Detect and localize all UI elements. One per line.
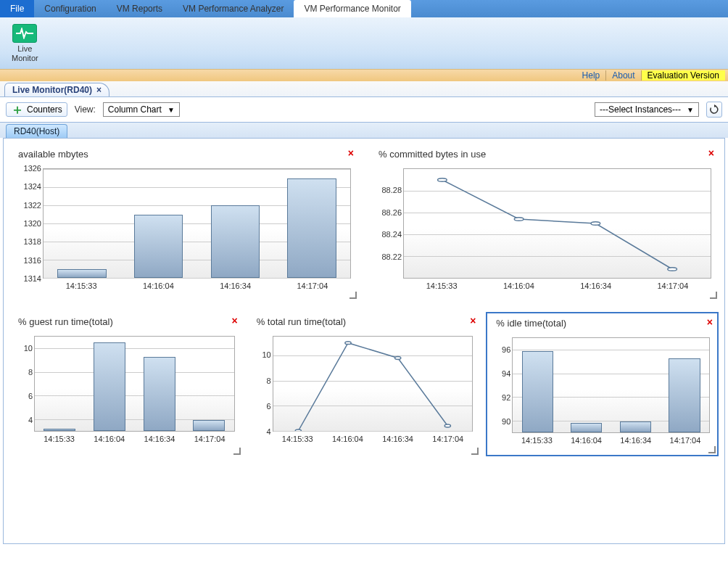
resize-handle-icon[interactable] bbox=[233, 448, 241, 455]
status-link-bar: Help About Evaluation Version bbox=[0, 70, 728, 81]
refresh-button[interactable] bbox=[706, 102, 722, 118]
help-link[interactable]: Help bbox=[576, 70, 606, 81]
y-tick-label: 1322 bbox=[14, 201, 41, 210]
ribbon-live-monitor[interactable]: Live Monitor bbox=[7, 22, 43, 63]
instances-select[interactable]: ---Select Instances--- ▼ bbox=[595, 102, 699, 117]
about-link[interactable]: About bbox=[605, 70, 640, 81]
chart-close-icon[interactable]: × bbox=[231, 315, 237, 326]
document-tab-strip: Live Monitor(RD40) × bbox=[0, 81, 728, 97]
x-tick-label: 14:15:33 bbox=[403, 281, 480, 296]
x-tick-label: 14:15:33 bbox=[273, 435, 323, 449]
ribbon-live-monitor-label: Live Monitor bbox=[12, 44, 38, 62]
chart-close-icon[interactable]: × bbox=[708, 147, 714, 159]
resize-handle-icon[interactable] bbox=[471, 448, 479, 455]
counters-label: Counters bbox=[27, 104, 62, 115]
x-tick-label: 14:16:34 bbox=[611, 436, 661, 450]
x-tick-label: 14:16:04 bbox=[120, 281, 197, 296]
resize-handle-icon[interactable] bbox=[708, 446, 716, 453]
menu-vm-reports[interactable]: VM Reports bbox=[107, 0, 173, 17]
y-tick-label: 1314 bbox=[14, 274, 41, 283]
x-tick-label: 14:17:04 bbox=[634, 281, 711, 296]
chart-close-icon[interactable]: × bbox=[348, 147, 354, 159]
menu-vm-performance-monitor[interactable]: VM Performance Monitor bbox=[294, 0, 410, 17]
chart-close-icon[interactable]: × bbox=[470, 315, 476, 326]
menu-vm-performance-analyzer[interactable]: VM Performance Analyzer bbox=[173, 0, 294, 17]
svg-point-3 bbox=[591, 222, 600, 226]
chart-panel[interactable]: % total run time(total)×4681014:15:3314:… bbox=[248, 312, 481, 456]
x-tick-label: 14:15:33 bbox=[512, 436, 561, 450]
x-tick-label: 14:17:04 bbox=[423, 435, 473, 449]
bar bbox=[134, 215, 183, 279]
y-tick-label: 10 bbox=[252, 350, 271, 359]
x-tick-label: 14:15:33 bbox=[34, 435, 84, 449]
svg-point-6 bbox=[345, 342, 351, 345]
chart-area[interactable]: available mbytes×13141316131813201322132… bbox=[3, 138, 725, 544]
x-tick-label: 14:16:34 bbox=[134, 435, 184, 449]
resize-handle-icon[interactable] bbox=[349, 292, 357, 299]
bar bbox=[57, 269, 107, 279]
document-tab-label: Live Monitor(RD40) bbox=[12, 85, 92, 95]
evaluation-version-link[interactable]: Evaluation Version bbox=[641, 70, 725, 81]
svg-point-7 bbox=[394, 357, 400, 360]
bar bbox=[144, 357, 175, 431]
svg-point-5 bbox=[295, 429, 301, 431]
counters-button[interactable]: ＋ Counters bbox=[6, 102, 67, 117]
chart-plot: 88.2288.2488.2688.2814:15:3314:16:0414:1… bbox=[374, 165, 714, 296]
y-tick-label: 1318 bbox=[14, 237, 41, 246]
chart-close-icon[interactable]: × bbox=[707, 316, 713, 328]
bar bbox=[193, 420, 225, 431]
y-tick-label: 88.26 bbox=[374, 208, 402, 217]
chart-title: % committed bytes in use bbox=[374, 149, 714, 160]
bar bbox=[211, 205, 260, 278]
refresh-icon bbox=[709, 104, 719, 115]
chart-plot: 4681014:15:3314:16:0414:16:3414:17:04 bbox=[14, 333, 238, 449]
chart-title: % total run time(total) bbox=[252, 316, 476, 327]
y-tick-label: 88.24 bbox=[374, 230, 402, 239]
svg-point-4 bbox=[668, 268, 677, 271]
chart-panel[interactable]: available mbytes×13141316131813201322132… bbox=[9, 144, 358, 300]
bar bbox=[522, 351, 553, 432]
y-tick-label: 1326 bbox=[14, 164, 41, 173]
bar bbox=[620, 421, 651, 432]
main-menubar: File Configuration VM Reports VM Perform… bbox=[0, 0, 728, 17]
menu-file[interactable]: File bbox=[0, 0, 34, 17]
document-tab-live-monitor[interactable]: Live Monitor(RD40) × bbox=[4, 83, 109, 96]
y-tick-label: 1316 bbox=[14, 256, 41, 265]
y-tick-label: 96 bbox=[492, 345, 510, 354]
x-tick-label: 14:16:04 bbox=[323, 435, 373, 449]
x-tick-label: 14:16:04 bbox=[84, 435, 134, 449]
chevron-down-icon: ▼ bbox=[687, 106, 694, 114]
live-monitor-toolbar: ＋ Counters View: Column Chart ▼ ---Selec… bbox=[0, 97, 728, 123]
chart-panel[interactable]: % committed bytes in use×88.2288.2488.26… bbox=[370, 144, 719, 300]
bar bbox=[94, 342, 125, 431]
bar bbox=[669, 358, 700, 432]
y-tick-label: 94 bbox=[492, 369, 510, 378]
x-tick-label: 14:16:34 bbox=[197, 281, 274, 296]
y-tick-label: 4 bbox=[14, 416, 33, 424]
bar bbox=[571, 423, 602, 432]
svg-point-8 bbox=[444, 424, 450, 427]
chart-title: available mbytes bbox=[14, 149, 354, 160]
resize-handle-icon[interactable] bbox=[710, 292, 717, 299]
x-tick-label: 14:16:04 bbox=[480, 281, 557, 296]
chart-plot: 131413161318132013221324132614:15:3314:1… bbox=[14, 165, 354, 296]
chart-title: % idle time(total) bbox=[492, 318, 713, 329]
y-tick-label: 92 bbox=[492, 393, 510, 402]
host-tab-strip: RD40(Host) bbox=[0, 123, 728, 138]
x-tick-label: 14:17:04 bbox=[274, 281, 351, 296]
menu-configuration[interactable]: Configuration bbox=[34, 0, 106, 17]
host-tab[interactable]: RD40(Host) bbox=[6, 124, 67, 138]
chart-title: % guest run time(total) bbox=[14, 316, 238, 327]
heartbeat-icon bbox=[12, 24, 37, 43]
y-tick-label: 1320 bbox=[14, 219, 41, 228]
close-icon[interactable]: × bbox=[96, 85, 102, 95]
y-tick-label: 4 bbox=[252, 427, 271, 436]
view-select-value: Column Chart bbox=[108, 104, 162, 115]
chart-panel[interactable]: % idle time(total)×9092949614:15:3314:16… bbox=[486, 312, 719, 456]
y-tick-label: 1324 bbox=[14, 182, 41, 191]
x-tick-label: 14:16:34 bbox=[373, 435, 423, 449]
chart-panel[interactable]: % guest run time(total)×4681014:15:3314:… bbox=[9, 312, 242, 456]
instances-select-value: ---Select Instances--- bbox=[600, 104, 681, 115]
svg-point-2 bbox=[514, 218, 524, 221]
view-select[interactable]: Column Chart ▼ bbox=[103, 102, 180, 117]
